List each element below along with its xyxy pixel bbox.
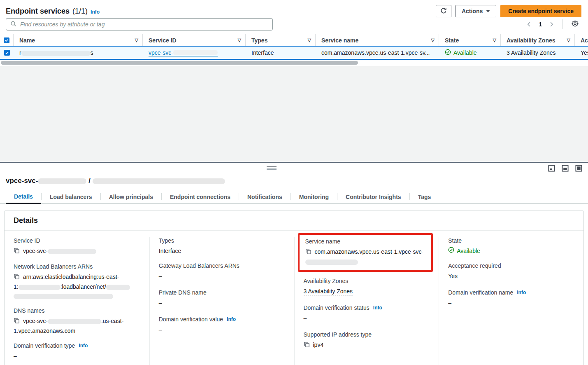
- split-panel: vpce-svc- / Details Load balancers Allow…: [0, 162, 588, 365]
- tab-endpoint-connections[interactable]: Endpoint connections: [162, 190, 239, 204]
- tab-allow-principals[interactable]: Allow principals: [101, 190, 161, 204]
- create-button-label: Create endpoint service: [508, 8, 574, 14]
- info-link[interactable]: Info: [517, 290, 526, 295]
- field-value: –: [159, 325, 285, 334]
- nlb-arn-line2: 1:: [14, 283, 19, 290]
- preferences-button[interactable]: [569, 19, 581, 29]
- create-endpoint-service-button[interactable]: Create endpoint service: [500, 5, 581, 17]
- redacted-text: [93, 178, 225, 184]
- page-title: Endpoint services: [6, 7, 70, 16]
- next-page-button[interactable]: [546, 21, 557, 28]
- field-service-id: Service ID vpce-svc-: [14, 237, 140, 256]
- field-label: Network Load Balancers ARNs: [14, 263, 140, 270]
- details-column-2: Types Interface Gateway Load Balancers A…: [149, 237, 294, 365]
- copy-icon[interactable]: [14, 273, 20, 282]
- horizontal-scrollbar[interactable]: [0, 60, 588, 66]
- field-label: Availability Zones: [304, 278, 430, 284]
- column-header-availability-zones[interactable]: Availability Zones: [507, 37, 555, 44]
- redacted-text: [21, 51, 91, 56]
- column-header-name[interactable]: Name: [19, 37, 35, 44]
- info-link[interactable]: Info: [227, 316, 236, 322]
- field-label: Domain verification status: [304, 304, 370, 311]
- panel-size-full-button[interactable]: [575, 165, 582, 172]
- service-id-link[interactable]: vpce-svc-: [149, 49, 218, 56]
- split-panel-drag-handle[interactable]: [267, 166, 277, 170]
- field-label: Gateway Load Balancers ARNs: [159, 262, 285, 269]
- filter-icon[interactable]: ▽: [567, 37, 570, 43]
- filter-icon[interactable]: ▽: [238, 37, 241, 43]
- column-header-types[interactable]: Types: [251, 37, 267, 44]
- tab-notifications[interactable]: Notifications: [239, 190, 291, 204]
- state-label: Available: [457, 246, 480, 255]
- field-private-dns-name: Private DNS name –: [159, 289, 285, 307]
- availability-zones-link[interactable]: 3 Availability Zones: [507, 49, 556, 56]
- header-info-link[interactable]: Info: [91, 9, 100, 15]
- redacted-text: [38, 178, 86, 184]
- copy-icon[interactable]: [304, 341, 310, 350]
- resource-count: (1/1): [72, 7, 88, 16]
- refresh-button[interactable]: [436, 5, 451, 17]
- select-all-checkbox[interactable]: [4, 37, 9, 43]
- tab-load-balancers[interactable]: Load balancers: [42, 190, 100, 204]
- filter-icon[interactable]: ▽: [135, 37, 138, 43]
- cell-service-name: com.amazonaws.vpce.us-east-1.vpce-sv...: [316, 49, 439, 56]
- search-box[interactable]: [6, 18, 273, 30]
- column-header-acceptance[interactable]: Acceptance required: [581, 37, 588, 44]
- tab-contributor-insights[interactable]: Contributor Insights: [337, 190, 409, 204]
- service-id-prefix: vpce-svc-: [149, 49, 173, 56]
- panel-size-small-button[interactable]: [548, 165, 555, 172]
- panel-size-medium-button[interactable]: [562, 165, 569, 172]
- field-label: Service ID: [14, 237, 140, 244]
- redacted-text: [19, 285, 60, 290]
- check-icon: [5, 38, 9, 42]
- tab-tags[interactable]: Tags: [410, 190, 439, 204]
- column-header-state[interactable]: State: [445, 37, 459, 44]
- highlight-box: Service name com.amazonaws.vpce.us-east-…: [298, 233, 433, 272]
- panel-title-prefix: vpce-svc-: [6, 177, 38, 185]
- service-name-value: com.amazonaws.vpce.us-east-1.vpce-svc-: [315, 248, 424, 255]
- search-input[interactable]: [19, 21, 268, 28]
- details-column-3: Service name com.amazonaws.vpce.us-east-…: [294, 237, 439, 365]
- field-domain-verification-status: Domain verification status Info –: [304, 304, 430, 323]
- redacted-text: [48, 319, 101, 324]
- filter-icon[interactable]: ▽: [308, 37, 311, 43]
- check-circle-icon: [448, 246, 454, 255]
- tab-monitoring[interactable]: Monitoring: [291, 190, 337, 204]
- copy-icon[interactable]: [305, 248, 311, 257]
- column-header-service-id[interactable]: Service ID: [149, 37, 177, 44]
- details-column-1: Service ID vpce-svc- Network Load Balanc…: [5, 237, 149, 365]
- field-acceptance-required: Acceptance required Yes: [448, 262, 574, 281]
- column-header-service-name[interactable]: Service name: [321, 37, 358, 44]
- supported-ip-value: ipv4: [313, 342, 324, 348]
- table-header-row: Name▽ Service ID▽ Types▽ Service name▽ S…: [0, 34, 588, 46]
- redacted-text: [14, 294, 113, 299]
- copy-icon[interactable]: [14, 247, 20, 256]
- availability-zones-link[interactable]: 3 Availability Zones: [304, 288, 353, 295]
- scrollbar-thumb[interactable]: [1, 61, 358, 65]
- field-dns-names: DNS names vpce-svc-.us-east- 1.vpce.amaz…: [14, 307, 140, 335]
- field-value: –: [159, 298, 285, 307]
- tab-bar: Details Load balancers Allow principals …: [0, 190, 588, 204]
- panel-title-separator: /: [88, 177, 91, 185]
- check-icon: [5, 51, 9, 55]
- row-checkbox[interactable]: [4, 50, 10, 56]
- field-value: Interface: [159, 246, 285, 255]
- status-badge: Available: [445, 49, 477, 56]
- details-column-4: State Available Acceptance: [439, 237, 583, 365]
- previous-page-button[interactable]: [524, 21, 535, 28]
- filter-icon[interactable]: ▽: [493, 37, 496, 43]
- field-label: DNS names: [14, 307, 140, 314]
- info-link[interactable]: Info: [79, 343, 88, 349]
- empty-background: [0, 66, 588, 162]
- actions-button[interactable]: Actions: [456, 5, 496, 17]
- status-badge: Available: [448, 246, 480, 255]
- tab-details[interactable]: Details: [6, 190, 41, 204]
- field-value: Yes: [448, 271, 574, 281]
- info-link[interactable]: Info: [373, 305, 382, 311]
- filter-icon[interactable]: ▽: [431, 37, 435, 43]
- panel-medium-icon: [562, 165, 569, 172]
- copy-icon[interactable]: [14, 317, 20, 326]
- field-value: –: [159, 271, 285, 281]
- table-row[interactable]: rs vpce-svc- Interface com.amazonaws.vpc…: [0, 46, 588, 60]
- cell-types: Interface: [246, 49, 316, 56]
